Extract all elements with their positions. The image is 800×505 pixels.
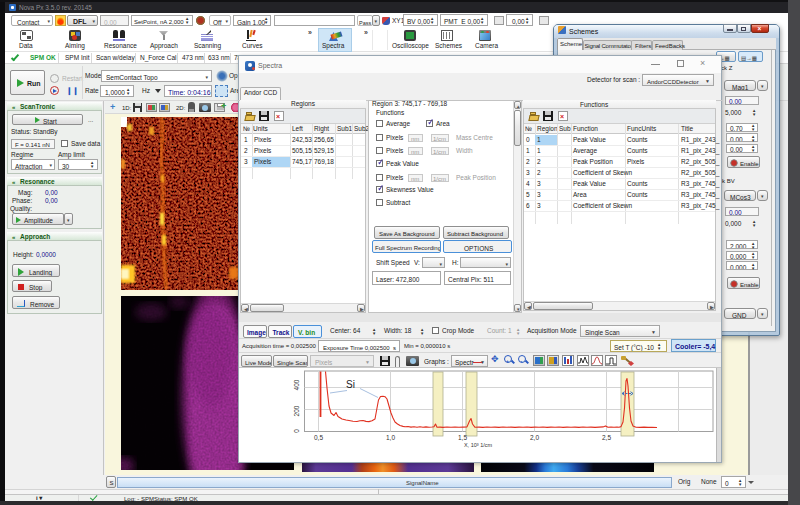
svg-text:400: 400	[293, 379, 300, 390]
svg-text:X, 10³ 1/cm: X, 10³ 1/cm	[464, 442, 493, 448]
svg-text:0: 0	[293, 429, 300, 433]
svg-text:1,5: 1,5	[458, 434, 467, 441]
svg-text:200: 200	[293, 405, 300, 416]
svg-text:1,0: 1,0	[386, 434, 395, 441]
svg-text:Si: Si	[346, 379, 355, 390]
svg-text:0,5: 0,5	[314, 434, 323, 441]
svg-text:2,0: 2,0	[530, 434, 539, 441]
svg-text:2,5: 2,5	[602, 434, 611, 441]
